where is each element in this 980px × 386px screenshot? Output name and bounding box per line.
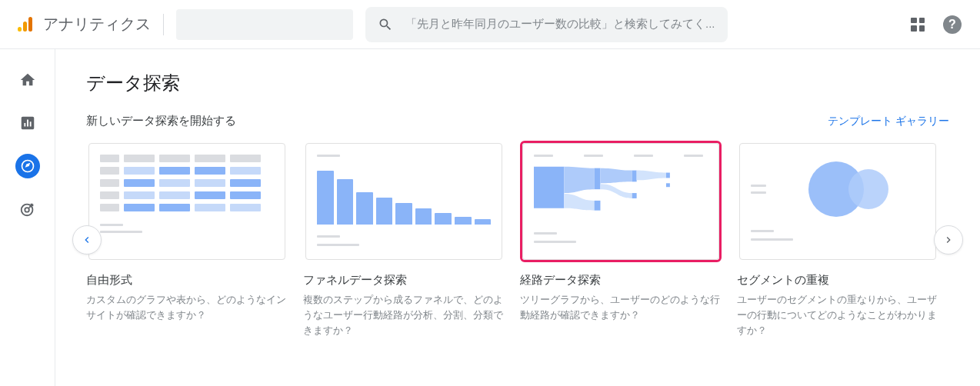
chevron-left-icon (81, 234, 93, 246)
target-icon (19, 201, 36, 218)
carousel-prev-button[interactable] (72, 225, 102, 255)
explore-icon (20, 158, 35, 174)
card-title: 自由形式 (86, 273, 288, 288)
app-header: アナリティクス 「先月と昨年同月のユーザー数の比較」と検索してみてく... ? (0, 0, 980, 49)
card-title: 経路データ探索 (520, 273, 722, 288)
sidebar-reports[interactable] (15, 111, 40, 135)
card-title: セグメントの重複 (737, 273, 938, 288)
card-thumb (305, 143, 502, 260)
card-segment-overlap[interactable]: セグメントの重複 ユーザーのセグメントの重なりから、ユーザーの行動についてどのよ… (737, 141, 938, 338)
svg-rect-11 (666, 183, 670, 187)
help-icon[interactable]: ? (943, 15, 962, 34)
svg-rect-10 (666, 173, 670, 178)
svg-rect-7 (595, 201, 601, 211)
card-thumb (88, 143, 285, 260)
search-icon (378, 17, 393, 32)
sankey-icon (534, 166, 708, 226)
subtitle: 新しいデータ探索を開始する (86, 114, 236, 128)
sidebar-advertising[interactable] (15, 197, 40, 221)
svg-rect-8 (632, 171, 637, 182)
svg-rect-9 (632, 193, 637, 198)
carousel-next-button[interactable] (934, 225, 963, 255)
card-description: カスタムのグラフや表から、どのようなインサイトが確認できますか？ (86, 292, 288, 323)
template-gallery-link[interactable]: テンプレート ギャラリー (828, 115, 949, 128)
svg-rect-6 (595, 168, 601, 190)
card-path[interactable]: 経路データ探索 ツリーグラフから、ユーザーのどのような行動経路が確認できますか？ (520, 141, 722, 338)
card-funnel[interactable]: ファネルデータ探索 複数のステップから成るファネルで、どのようなユーザー行動経路… (303, 141, 505, 338)
sidebar-explore[interactable] (15, 154, 40, 178)
apps-icon[interactable] (911, 18, 925, 32)
card-description: ツリーグラフから、ユーザーのどのような行動経路が確認できますか？ (520, 292, 722, 323)
svg-rect-2 (28, 17, 32, 32)
chevron-right-icon (942, 234, 955, 246)
template-cards: 自由形式 カスタムのグラフや表から、どのようなインサイトが確認できますか？ ファ… (86, 141, 949, 338)
divider (163, 14, 164, 35)
property-selector[interactable] (176, 9, 353, 40)
venn-circle-icon (848, 169, 888, 209)
search-box[interactable]: 「先月と昨年同月のユーザー数の比較」と検索してみてく... (365, 7, 728, 42)
card-thumb (522, 143, 719, 260)
svg-rect-1 (23, 22, 27, 32)
sidebar (0, 49, 55, 386)
card-title: ファネルデータ探索 (303, 273, 505, 288)
main-content: データ探索 新しいデータ探索を開始する テンプレート ギャラリー (55, 49, 980, 386)
sidebar-home[interactable] (15, 68, 40, 92)
app-title: アナリティクス (43, 14, 151, 35)
home-icon (19, 72, 36, 88)
card-thumb (739, 143, 936, 260)
card-description: ユーザーのセグメントの重なりから、ユーザーの行動についてどのようなことがわかりま… (737, 292, 938, 338)
svg-point-5 (25, 208, 28, 212)
svg-rect-0 (18, 27, 22, 32)
reports-icon (19, 115, 36, 131)
analytics-logo-icon (12, 12, 37, 37)
card-description: 複数のステップから成るファネルで、どのようなユーザー行動経路が分析、分割、分類で… (303, 292, 505, 338)
page-title: データ探索 (86, 71, 949, 95)
card-freeform[interactable]: 自由形式 カスタムのグラフや表から、どのようなインサイトが確認できますか？ (86, 141, 288, 338)
search-placeholder: 「先月と昨年同月のユーザー数の比較」と検索してみてく... (405, 17, 715, 32)
